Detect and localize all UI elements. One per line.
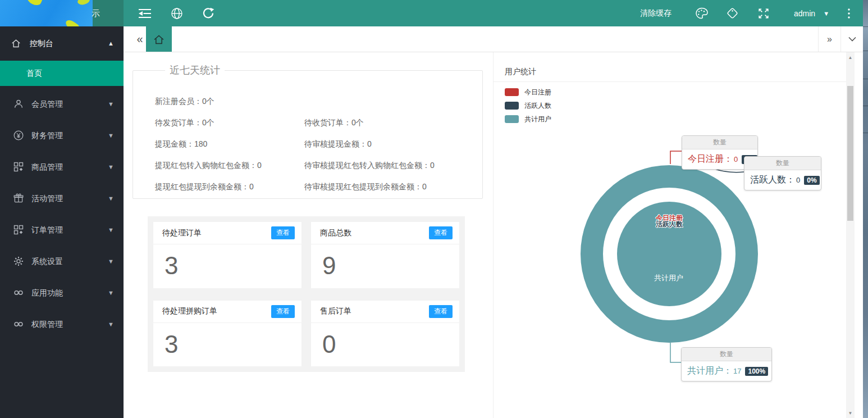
sidebar-item-label: 应用功能 xyxy=(31,288,63,298)
sidebar-item-products[interactable]: 商品管理 ▼ xyxy=(0,151,124,183)
fullscreen-icon[interactable] xyxy=(756,0,771,26)
tab-controls: » xyxy=(818,26,863,52)
content-scrollbar[interactable]: ▲ ▼ xyxy=(846,52,855,418)
view-button[interactable]: 查看 xyxy=(429,305,453,318)
scrollbar-thumb[interactable] xyxy=(847,86,853,221)
sidebar-item-label: 财务管理 xyxy=(31,131,63,141)
user-stats-panel: 用户统计 今日注册 活跃人数 共计用户 今日注册 活跃人数 共计 xyxy=(493,52,855,418)
callout-label: 共计用户： xyxy=(687,365,732,377)
tag-icon[interactable] xyxy=(724,0,740,26)
card-total-products: 商品总数 查看 9 xyxy=(311,222,459,288)
stat-value: 提现金额：180 xyxy=(155,133,302,155)
scrollbar-down-arrow[interactable]: ▼ xyxy=(846,409,855,417)
card-title: 商品总数 xyxy=(320,228,351,238)
tabs-scroll-right-button[interactable]: » xyxy=(818,26,840,52)
sidebar-item-members[interactable]: 会员管理 ▼ xyxy=(0,88,124,120)
donut-inner-pie[interactable] xyxy=(617,202,721,306)
callout-total: 数量 共计用户： 17 100% xyxy=(681,347,772,381)
sidebar-item-home-active[interactable]: 首页 xyxy=(0,61,124,86)
sidebar-item-label: 订单管理 xyxy=(31,225,63,235)
card-title: 待处理订单 xyxy=(162,228,202,238)
card-pending-groupbuy-orders: 待处理拼购订单 查看 3 xyxy=(153,301,301,367)
leaf-decoration xyxy=(26,0,43,7)
caret-down-icon: ▼ xyxy=(108,132,114,139)
globe-icon[interactable] xyxy=(170,0,184,26)
gear-icon xyxy=(13,256,24,266)
home-icon xyxy=(11,39,21,48)
leader-line-today xyxy=(670,151,682,164)
sidebar-menu: 会员管理 ▼ 财务管理 ▼ 商品管理 ▼ 活动管理 xyxy=(0,88,124,340)
callout-label: 活跃人数： xyxy=(750,174,795,186)
window-edge-strip xyxy=(863,0,868,418)
caret-down-icon: ▼ xyxy=(108,321,114,328)
caret-down-icon: ▼ xyxy=(108,258,114,265)
sidebar-item-activities[interactable]: 活动管理 ▼ xyxy=(0,183,124,214)
more-options-icon[interactable] xyxy=(842,0,856,26)
view-button[interactable]: 查看 xyxy=(429,226,453,239)
stat-row: 提现金额：180 待审核提现金额：0 xyxy=(155,133,482,155)
gift-icon xyxy=(13,193,24,203)
sidebar-item-label: 会员管理 xyxy=(31,99,63,110)
clear-cache-button[interactable]: 清除缓存 xyxy=(640,0,671,26)
home-icon xyxy=(153,34,165,45)
seven-day-stats-title: 近七天统计 xyxy=(165,63,225,77)
sidebar: 控制台 ▲ 首页 会员管理 ▼ 财务管理 ▼ 商品管理 ▼ xyxy=(0,26,124,418)
stat-value: 待审核提现红包提现到余额金额：0 xyxy=(304,176,427,197)
site-title-partial: 示 xyxy=(92,8,100,19)
percent-badge: 100% xyxy=(745,367,768,376)
stat-value: 待审核提现金额：0 xyxy=(304,133,372,155)
sidebar-item-console[interactable]: 控制台 ▲ xyxy=(0,31,124,57)
card-title: 待处理拼购订单 xyxy=(162,306,217,316)
view-button[interactable]: 查看 xyxy=(271,226,295,239)
callout-label: 今日注册： xyxy=(688,153,733,165)
sidebar-item-label: 权限管理 xyxy=(31,320,63,330)
stat-value: 新注册会员：0个 xyxy=(155,90,302,112)
summary-cards-section: 待处理订单 查看 3 商品总数 查看 9 待处理拼购订单 查看 3 xyxy=(148,216,465,372)
collapse-menu-icon[interactable] xyxy=(137,0,153,26)
link-icon xyxy=(13,288,24,298)
callout-value: 17 xyxy=(733,367,741,375)
tab-home-active[interactable] xyxy=(146,26,172,52)
sidebar-item-finance[interactable]: 财务管理 ▼ xyxy=(0,120,124,151)
sidebar-item-settings[interactable]: 系统设置 ▼ xyxy=(0,246,124,277)
caret-down-icon: ▼ xyxy=(108,226,114,233)
view-button[interactable]: 查看 xyxy=(271,305,295,318)
refresh-icon[interactable] xyxy=(201,0,216,26)
stat-value: 提现红包提现到余额金额：0 xyxy=(155,176,302,197)
top-navbar: 示 清除缓存 xyxy=(0,0,863,26)
callout-header: 数量 xyxy=(744,157,821,170)
caret-down-icon: ▼ xyxy=(108,195,114,202)
leaf-decoration xyxy=(77,0,91,6)
card-aftersales-orders: 售后订单 查看 0 xyxy=(311,301,459,367)
leaf-decoration xyxy=(64,18,80,26)
user-icon xyxy=(13,99,24,109)
user-menu[interactable]: admin ▼ xyxy=(794,0,829,26)
callout-value: 0 xyxy=(734,155,738,163)
tab-bar: « » xyxy=(124,26,863,52)
sidebar-item-label: 活动管理 xyxy=(31,194,63,204)
main-content: 近七天统计 新注册会员：0个 待发货订单：0个 待收货订单：0个 提现金额：18… xyxy=(124,52,855,418)
tabs-dropdown-button[interactable] xyxy=(840,26,863,52)
callout-header: 数量 xyxy=(682,136,757,149)
card-title: 售后订单 xyxy=(320,306,351,316)
stat-value: 待审核提现红包转入购物红包金额：0 xyxy=(304,155,435,176)
stat-value: 待发货订单：0个 xyxy=(155,112,302,133)
theme-palette-icon[interactable] xyxy=(694,0,710,26)
card-pending-orders: 待处理订单 查看 3 xyxy=(153,222,301,288)
scrollbar-up-arrow[interactable]: ▲ xyxy=(846,53,855,61)
sidebar-item-label: 系统设置 xyxy=(31,257,63,267)
yen-icon xyxy=(13,130,24,140)
stat-value: 待收货订单：0个 xyxy=(304,112,364,133)
stat-value: 提现红包转入购物红包金额：0 xyxy=(155,155,302,176)
username: admin xyxy=(794,9,815,18)
leader-line-total xyxy=(670,343,681,362)
sidebar-item-permissions[interactable]: 权限管理 ▼ xyxy=(0,308,124,340)
sidebar-item-orders[interactable]: 订单管理 ▼ xyxy=(0,214,124,246)
caret-down-icon: ▼ xyxy=(823,10,829,17)
sidebar-item-app-functions[interactable]: 应用功能 ▼ xyxy=(0,277,124,308)
percent-badge: 0% xyxy=(804,176,819,185)
caret-down-icon: ▼ xyxy=(108,289,114,296)
card-value: 9 xyxy=(311,244,459,278)
card-value: 3 xyxy=(153,323,301,357)
donut-chart[interactable] xyxy=(494,52,855,418)
